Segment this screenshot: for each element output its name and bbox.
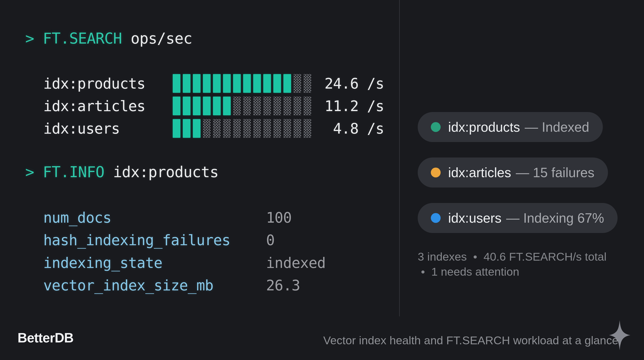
bar-block-filled [173, 97, 180, 115]
command-ft-search: FT.SEARCH [43, 30, 122, 47]
bar-block-filled [253, 74, 261, 93]
bar-block-empty [263, 119, 271, 138]
command-arg-idx-products: idx:products [113, 163, 218, 181]
index-status-panel: idx:products — Indexed idx:articles — 15… [418, 112, 618, 248]
bar-label: idx:products [43, 75, 145, 92]
info-value: 26.3 [266, 277, 300, 294]
command-arg-ops-sec: ops/sec [130, 30, 192, 47]
bar-block-empty [294, 74, 301, 93]
bar-block-empty [243, 119, 251, 138]
bar-block-empty [304, 97, 311, 115]
bar-block-filled [213, 74, 221, 93]
info-key: hash_indexing_failures [43, 232, 230, 249]
bar-block-filled [223, 97, 231, 115]
bar-block-empty [304, 74, 311, 93]
badge-status-text: — Indexed [525, 119, 589, 135]
bar-block-filled [173, 119, 180, 138]
status-dot-blue-icon [431, 213, 441, 223]
bar-block-empty [304, 119, 311, 138]
bar-block-empty [223, 119, 231, 138]
bar-block-filled [233, 74, 241, 93]
bar-block-filled [263, 74, 271, 93]
bar-track [173, 119, 311, 138]
info-key: indexing_state [43, 255, 162, 271]
info-key: vector_index_size_mb [43, 277, 214, 294]
bar-value: 11.2 /s [324, 97, 384, 115]
bar-block-filled [213, 97, 221, 115]
bar-value: 4.8 /s [333, 120, 384, 137]
bar-block-empty [203, 119, 210, 138]
prompt-chevron-icon: > [25, 30, 34, 47]
bar-block-filled [193, 97, 200, 115]
bar-block-filled [284, 74, 291, 93]
bar-label: idx:articles [43, 97, 145, 115]
badge-status-text: — Indexing 67% [506, 210, 604, 226]
bar-block-empty [284, 97, 291, 115]
brand-logo-text: BetterDB [18, 330, 74, 345]
bar-block-empty [273, 97, 281, 115]
command-ft-info: FT.INFO [43, 163, 104, 181]
bar-block-filled [173, 74, 180, 93]
panel-summary-text: 3 indexes • 40.6 FT.SEARCH/s total • 1 n… [418, 249, 633, 279]
status-badge-idx-users: idx:users — Indexing 67% [418, 203, 618, 233]
bar-value: 24.6 /s [324, 75, 384, 92]
bar-block-empty [263, 97, 271, 115]
info-key: num_docs [43, 209, 112, 226]
info-row-hash-indexing-failures: hash_indexing_failures 0 [0, 232, 398, 249]
bar-block-empty [213, 119, 221, 138]
bar-block-empty [253, 119, 261, 138]
bar-block-filled [223, 74, 231, 93]
badge-index-name: idx:articles [448, 165, 511, 180]
bar-block-empty [233, 119, 241, 138]
bar-block-filled [203, 74, 210, 93]
panel-divider [399, 0, 400, 316]
bar-label: idx:users [43, 120, 120, 137]
bar-block-filled [203, 97, 210, 115]
bar-block-empty [284, 119, 291, 138]
info-value: indexed [266, 255, 326, 271]
bar-block-empty [294, 97, 301, 115]
info-row-num-docs: num_docs 100 [0, 209, 398, 226]
info-value: 0 [266, 232, 274, 249]
bar-track [173, 74, 311, 93]
status-dot-amber-icon [431, 167, 441, 177]
bar-block-empty [253, 97, 261, 115]
bar-block-filled [193, 119, 200, 138]
bar-block-empty [273, 119, 281, 138]
bar-block-filled [183, 119, 190, 138]
command-line-ft-search: > FT.SEARCH ops/sec [25, 31, 192, 46]
prompt-chevron-icon: > [25, 163, 34, 181]
command-line-ft-info: > FT.INFO idx:products [25, 164, 218, 179]
info-value: 100 [266, 209, 292, 226]
bar-track [173, 97, 311, 115]
info-row-vector-index-size: vector_index_size_mb 26.3 [0, 277, 398, 294]
betterdb-dashboard: > FT.SEARCH ops/sec idx:products 24.6 /s… [0, 0, 644, 360]
bar-block-filled [183, 97, 190, 115]
bar-block-empty [233, 97, 241, 115]
bar-block-empty [243, 97, 251, 115]
status-badge-idx-products: idx:products — Indexed [418, 112, 603, 142]
bar-block-filled [193, 74, 200, 93]
badge-index-name: idx:users [448, 210, 502, 226]
bar-block-filled [243, 74, 251, 93]
bar-block-empty [294, 119, 301, 138]
bar-row-idx-articles: idx:articles 11.2 /s [0, 97, 384, 115]
badge-index-name: idx:products [448, 119, 520, 135]
info-row-indexing-state: indexing_state indexed [0, 255, 398, 271]
bar-block-filled [183, 74, 190, 93]
status-badge-idx-articles: idx:articles — 15 failures [418, 157, 608, 188]
footer-tagline: Vector index health and FT.SEARCH worklo… [323, 334, 622, 347]
bar-block-filled [273, 74, 281, 93]
bar-row-idx-products: idx:products 24.6 /s [0, 74, 384, 93]
bar-row-idx-users: idx:users 4.8 /s [0, 119, 384, 138]
status-dot-green-icon [431, 122, 441, 132]
badge-status-text: — 15 failures [516, 165, 594, 180]
